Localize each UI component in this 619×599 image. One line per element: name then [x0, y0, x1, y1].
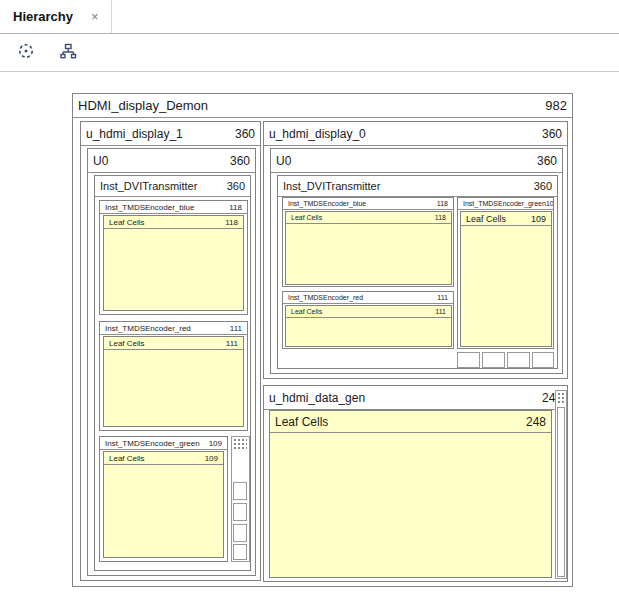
node-label: u_hdmi_display_1 [86, 127, 183, 141]
node-label: Leaf Cells [291, 308, 322, 315]
node-label: Leaf Cells [466, 214, 506, 224]
node-u0-left[interactable]: U0 360 Inst_DVITransmitter 360 Inst_TMDS… [87, 148, 256, 576]
node-title: Inst_TMDSEncoder_red 111 [283, 292, 453, 304]
node-hdmi-display-demon[interactable]: HDMI_display_Demon 982 u_hdmi_display_1 … [72, 93, 573, 587]
small-instance-box[interactable] [233, 482, 247, 500]
node-title: U0 360 [271, 149, 562, 173]
node-u-hdmi-display-0[interactable]: u_hdmi_display_0 360 U0 360 Inst_DVITran… [263, 121, 568, 379]
node-leaf-cells[interactable]: Leaf Cells 111 [285, 305, 452, 347]
node-count: 118 [437, 200, 448, 207]
node-label: U0 [93, 154, 108, 168]
node-title: Inst_TMDSEncoder_green 109 [100, 437, 227, 450]
tiny-text [558, 393, 564, 395]
node-count: 109 [205, 454, 218, 463]
node-count: 109 [531, 214, 546, 224]
node-label: Inst_TMDSEncoder_red [105, 324, 191, 333]
node-title: Inst_TMDSEncoder_green 109 [458, 198, 553, 210]
node-dvitransmitter-right[interactable]: Inst_DVITransmitter 360 Inst_TMDSEncoder… [277, 175, 558, 369]
node-title: Inst_TMDSEncoder_blue 118 [100, 201, 247, 214]
node-count: 111 [435, 308, 446, 315]
node-dvitransmitter-left[interactable]: Inst_DVITransmitter 360 Inst_TMDSEncoder… [94, 175, 251, 571]
node-leaf-cells[interactable]: Leaf Cells 111 [103, 336, 244, 427]
node-title: Inst_DVITransmitter 360 [95, 176, 250, 197]
node-u-hdmi-display-1[interactable]: u_hdmi_display_1 360 U0 360 Inst_DVITran… [80, 121, 261, 581]
node-title: U0 360 [88, 149, 255, 173]
node-tmds-blue-left[interactable]: Inst_TMDSEncoder_blue 118 Leaf Cells 118 [99, 200, 248, 315]
small-leaf-box[interactable] [557, 407, 565, 577]
small-instances-strip[interactable] [555, 390, 567, 579]
node-count: 111 [226, 339, 238, 348]
small-instances-strip[interactable] [231, 436, 250, 562]
node-leaf-cells[interactable]: Leaf Cells 109 [103, 451, 224, 558]
node-label: HDMI_display_Demon [78, 98, 208, 113]
tiny-text [234, 439, 247, 441]
small-instance-box[interactable] [233, 524, 247, 542]
treemap: HDMI_display_Demon 982 u_hdmi_display_1 … [0, 73, 619, 599]
node-u-hdmi-data-gen[interactable]: u_hdmi_data_gen 248 Leaf Cells 248 [263, 385, 568, 582]
node-title: Leaf Cells 111 [286, 306, 451, 318]
node-label: Inst_TMDSEncoder_blue [105, 203, 194, 212]
node-label: Inst_TMDSEncoder_blue [288, 200, 366, 207]
node-tmds-blue-right[interactable]: Inst_TMDSEncoder_blue 118 Leaf Cells 118 [282, 197, 454, 287]
tab-label: Hierarchy [13, 9, 73, 24]
tab-bar: Hierarchy × [0, 0, 619, 34]
node-label: U0 [276, 154, 291, 168]
node-title: Leaf Cells 111 [104, 337, 243, 350]
node-leaf-cells[interactable]: Leaf Cells 118 [103, 215, 244, 311]
node-label: Leaf Cells [275, 415, 328, 429]
small-instance-box[interactable] [233, 544, 247, 560]
node-title: Inst_TMDSEncoder_blue 118 [283, 198, 453, 210]
node-label: Leaf Cells [109, 218, 145, 227]
locate-button[interactable] [12, 40, 40, 66]
node-title: Leaf Cells 248 [270, 411, 551, 433]
node-count: 360 [235, 127, 255, 141]
small-instance-box[interactable] [507, 352, 530, 368]
node-count: 118 [229, 203, 242, 212]
node-leaf-cells[interactable]: Leaf Cells 248 [269, 410, 552, 578]
node-title: Leaf Cells 109 [461, 212, 551, 226]
node-title: Leaf Cells 118 [286, 212, 451, 224]
tiny-text [558, 397, 564, 399]
node-tmds-red-right[interactable]: Inst_TMDSEncoder_red 111 Leaf Cells 111 [282, 291, 454, 349]
node-label: Inst_DVITransmitter [283, 180, 380, 192]
tiny-text [234, 443, 247, 445]
node-leaf-cells[interactable]: Leaf Cells 118 [285, 211, 452, 285]
node-count: 111 [230, 324, 242, 333]
hierarchy-view-button[interactable] [54, 40, 82, 66]
node-count: 118 [435, 214, 446, 221]
node-label: Inst_TMDSEncoder_green [105, 439, 200, 448]
node-label: Inst_DVITransmitter [100, 180, 197, 192]
node-count: 360 [227, 180, 245, 192]
small-instance-box[interactable] [532, 352, 554, 368]
node-label: Leaf Cells [291, 214, 322, 221]
tiny-text [234, 447, 247, 449]
node-title: HDMI_display_Demon 982 [73, 94, 572, 118]
hierarchy-tree-icon [59, 42, 77, 63]
node-count: 109 [209, 439, 222, 448]
toolbar [0, 34, 619, 72]
node-tmds-green-left[interactable]: Inst_TMDSEncoder_green 109 Leaf Cells 10… [99, 436, 228, 562]
node-u0-right[interactable]: U0 360 Inst_DVITransmitter 360 Inst_TMDS… [270, 148, 563, 374]
node-count: 982 [545, 98, 567, 113]
node-title: u_hdmi_display_0 360 [264, 122, 567, 146]
small-instance-box[interactable] [482, 352, 505, 368]
node-count: 118 [225, 218, 238, 227]
node-count: 111 [437, 294, 448, 301]
node-tmds-green-right[interactable]: Inst_TMDSEncoder_green 109 Leaf Cells 10… [457, 197, 554, 349]
node-leaf-cells[interactable]: Leaf Cells 109 [460, 211, 552, 347]
tiny-text [558, 401, 564, 403]
tab-close-icon[interactable]: × [91, 10, 99, 23]
node-label: u_hdmi_data_gen [269, 391, 365, 405]
small-instance-box[interactable] [457, 352, 480, 368]
node-title: u_hdmi_data_gen 248 [264, 386, 567, 410]
node-label: Leaf Cells [109, 454, 145, 463]
node-count: 360 [542, 127, 562, 141]
node-title: Leaf Cells 109 [104, 452, 223, 465]
crosshair-circle-icon [17, 42, 35, 63]
tab-hierarchy[interactable]: Hierarchy × [0, 0, 112, 33]
small-instance-box[interactable] [233, 503, 247, 521]
node-tmds-red-left[interactable]: Inst_TMDSEncoder_red 111 Leaf Cells 111 [99, 321, 248, 431]
node-count: 109 [546, 200, 553, 207]
node-count: 248 [526, 415, 546, 429]
node-label: Inst_TMDSEncoder_red [288, 294, 363, 301]
